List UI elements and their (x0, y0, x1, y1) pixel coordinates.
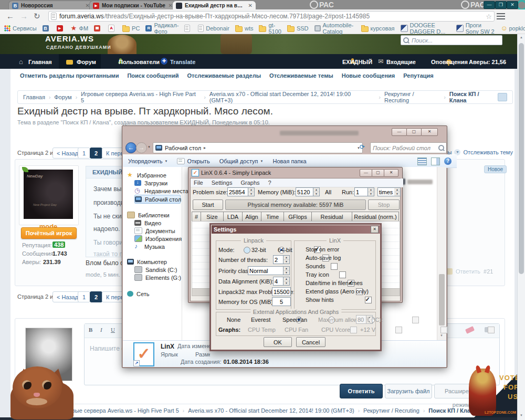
footer-crumb[interactable]: Рекрутинг / Recruting (363, 407, 419, 414)
explorer-close-button[interactable]: ✕ (421, 128, 438, 136)
col-residual-norm[interactable]: Residual (norm.) (352, 212, 399, 222)
max-temp-input[interactable] (356, 315, 366, 324)
subnav-mark-read[interactable]: Отметить разделы прочитанными (20, 72, 119, 79)
bold-button[interactable]: B (89, 327, 92, 333)
crumb-home[interactable]: Главная (23, 94, 45, 100)
cpu-vcore-checkbox[interactable] (440, 327, 447, 333)
forward-button[interactable]: → (20, 12, 28, 20)
bookmark-item[interactable]: ☺popklop (500, 25, 525, 32)
view-options-icon[interactable] (417, 158, 427, 165)
run-unit-spinner[interactable]: ▲▼ (394, 187, 401, 196)
menu-help[interactable]: ? (268, 180, 271, 186)
col-align[interactable]: Align (243, 212, 261, 222)
bookmark-item[interactable]: Debonair (198, 25, 229, 32)
explorer-scrollbar[interactable]: ▼ (437, 167, 446, 340)
bookmark-item[interactable]: SSD (287, 25, 309, 32)
linx-titlebar[interactable]: ✓ LinX 0.6.4 - Simply Linpack — ▢ ✕ (188, 167, 402, 178)
window-close-button[interactable]: ✕ (507, 1, 518, 9)
mode-32bit-radio[interactable] (244, 247, 250, 254)
sidebar-recent[interactable]: ◷Недавние места (134, 187, 182, 195)
crumb-recruiting[interactable]: Рекрутинг / Recruting (384, 91, 440, 103)
bookmark-item[interactable]: ▶ (57, 25, 65, 32)
post-reply-link[interactable]: Ответить (456, 268, 480, 275)
forum-search-box[interactable]: Поиск... (401, 35, 502, 45)
col-lda[interactable]: LDA (224, 212, 243, 222)
scroll-down-arrow[interactable]: ▼ (520, 414, 523, 417)
osmem-input[interactable] (272, 297, 291, 306)
sidebar-music[interactable]: ♪Музыка (134, 243, 182, 250)
bookmark-item[interactable] (184, 25, 192, 32)
bookmark-item[interactable]: wts (235, 25, 254, 32)
url-bar[interactable]: forum.averia.ws /threads/Ехидный-дестр-н… (48, 11, 495, 22)
scroll-down-arrow[interactable]: ▼ (440, 334, 443, 337)
col-gflops[interactable]: GFlops (284, 212, 312, 222)
linx-close-button[interactable]: ✕ (384, 169, 398, 177)
menu-file[interactable]: File (194, 180, 203, 186)
bookmark-item[interactable]: курсовая (361, 25, 395, 32)
crumb-x70[interactable]: Averia.ws x70 - Official start December … (209, 91, 375, 103)
nav-forum[interactable]: Форум (77, 59, 96, 65)
sidebar-computer[interactable]: Компьютер (127, 258, 182, 266)
alignment-input[interactable] (273, 277, 284, 286)
col-time[interactable]: Time (261, 212, 284, 222)
col-size[interactable]: Size (201, 212, 224, 222)
browser-tab-2[interactable]: ▶ Мои подписки - YouTube ✕ (89, 1, 176, 10)
menu-graphs[interactable]: Graphs (240, 180, 259, 186)
quick-nav-icon[interactable] (498, 93, 507, 101)
watch-thread-link[interactable]: Отслеживать тему (463, 149, 513, 155)
vote-banner[interactable]: VOTE FOR US L2TOPZONE.COM (469, 366, 525, 417)
stop-button[interactable]: Stop (368, 200, 400, 210)
forum-logo[interactable]: AVERIA.WS (45, 34, 94, 43)
explorer-scrollbar-thumb[interactable] (439, 274, 445, 326)
page-scrollbar[interactable]: ▲ ▼ (517, 34, 525, 420)
tab-close-icon[interactable]: ✕ (248, 3, 253, 8)
post-number[interactable]: #21 (484, 268, 493, 275)
page-2-button[interactable]: 2 (90, 148, 102, 159)
sidebar-documents[interactable]: Документы (134, 227, 182, 235)
bookmark-item[interactable]: DOOGEE DAGGER D... (401, 22, 450, 35)
ok-button[interactable]: OK (264, 337, 292, 347)
nav-users[interactable]: Пользователи (119, 59, 160, 65)
explorer-search-box[interactable]: Поиск: Рабочий стол (370, 142, 447, 153)
threads-spinner[interactable]: ▲▼ (284, 255, 290, 264)
explorer-forward-button[interactable]: → (136, 142, 147, 153)
run-unit-combo[interactable]: times (377, 187, 395, 196)
sounds-checkbox[interactable] (331, 263, 338, 270)
browser-tab-1[interactable]: В Новороссия ✕ (8, 1, 93, 10)
subnav-new-posts[interactable]: Новые сообщения (342, 72, 395, 79)
bookmark-item[interactable]: A (108, 25, 117, 32)
organize-button[interactable]: Упорядочить▼ (128, 158, 167, 164)
maxsize-input[interactable] (272, 287, 291, 296)
plus12v-checkbox[interactable] (488, 327, 495, 333)
memory-input[interactable] (296, 187, 313, 196)
reload-button[interactable]: ↻ (34, 12, 40, 20)
bookmark-item[interactable]: Automobile-Catalog (314, 22, 355, 35)
scrollbar-thumb[interactable] (519, 43, 524, 274)
start-button[interactable]: Start (193, 200, 223, 210)
upload-file-button[interactable]: Загрузить файл (385, 384, 432, 398)
run-input[interactable] (354, 187, 368, 196)
run-spinner[interactable]: ▲▼ (368, 187, 374, 196)
new-folder-button[interactable]: Новая папка (272, 158, 306, 164)
problem-size-input[interactable] (227, 187, 248, 196)
author-avatar[interactable]: NewDay New Project Day (24, 170, 73, 219)
window-maximize-button[interactable]: ❐ (495, 1, 507, 9)
sidebar-libraries[interactable]: Библиотеки (127, 211, 182, 219)
bookmark-star-icon[interactable]: ☆ (486, 13, 492, 20)
priority-combo[interactable]: Normal (248, 266, 284, 275)
sidebar-downloads[interactable]: Загрузки (134, 179, 182, 187)
crumb-current[interactable]: Поиск КП / Клана (449, 91, 498, 103)
bookmark-item[interactable]: ★ФМ (71, 25, 89, 32)
sidebar-favorites[interactable]: ★Избранное (127, 171, 182, 179)
sidebar-video[interactable]: Видео (134, 219, 182, 227)
italic-button[interactable]: I (100, 327, 102, 333)
underline-button[interactable]: U (111, 327, 115, 333)
nav-inbox[interactable]: Входящие (386, 59, 416, 65)
bookmark-item[interactable]: PC (122, 25, 140, 32)
explorer-minimize-button[interactable]: — (392, 128, 407, 136)
refresh-icon[interactable]: ⟳ (360, 143, 365, 151)
explorer-maximize-button[interactable]: ▢ (406, 128, 422, 136)
bookmark-item[interactable]: В (43, 25, 51, 32)
tray-icon-checkbox[interactable] (339, 271, 346, 278)
crumb-forum[interactable]: Форум (54, 94, 71, 100)
